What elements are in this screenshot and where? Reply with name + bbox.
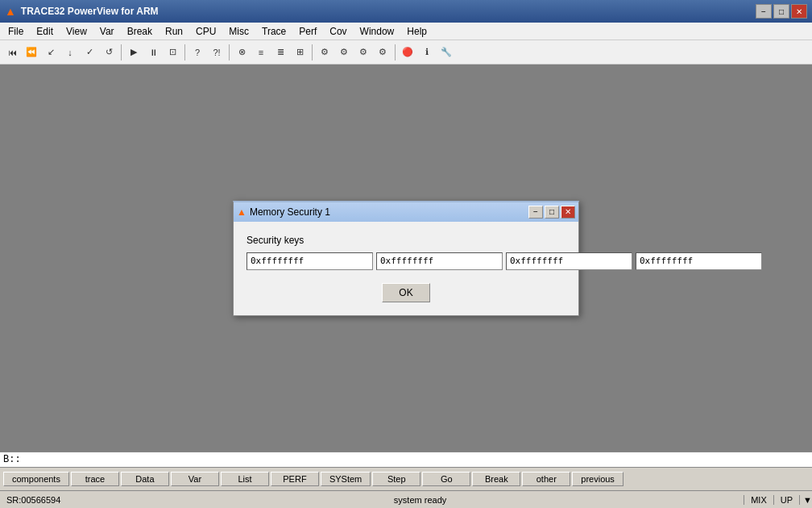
bottom-btn-data[interactable]: Data bbox=[121, 472, 169, 486]
bottom-btn-system[interactable]: SYStem bbox=[321, 472, 371, 486]
security-key-2[interactable] bbox=[376, 252, 503, 270]
bottom-btn-list[interactable]: List bbox=[221, 472, 269, 486]
dialog-titlebar: ▲ Memory Security 1 − □ ✕ bbox=[234, 202, 578, 222]
security-key-1[interactable] bbox=[246, 252, 373, 270]
dialog-content: Security keys OK bbox=[234, 222, 578, 315]
status-scroll[interactable]: ▼ bbox=[799, 495, 812, 505]
status-sr: SR:00566594 bbox=[0, 495, 97, 505]
red-btn[interactable]: 🔴 bbox=[399, 44, 416, 61]
bottom-btn-previous[interactable]: previous bbox=[572, 472, 624, 486]
bottom-btn-perf[interactable]: PERF bbox=[271, 472, 319, 486]
status-up: UP bbox=[773, 495, 799, 505]
info-btn[interactable]: ℹ bbox=[418, 44, 436, 61]
bottom-btn-step[interactable]: Step bbox=[372, 472, 420, 486]
status-ready: system ready bbox=[97, 495, 744, 505]
toolbar-separator bbox=[121, 44, 122, 60]
menu-item-view[interactable]: View bbox=[60, 24, 93, 39]
dialog-icon: ▲ bbox=[237, 206, 246, 218]
command-input[interactable] bbox=[3, 454, 809, 465]
gear3-btn[interactable]: ⚙ bbox=[354, 44, 372, 61]
minimize-button[interactable]: − bbox=[756, 4, 772, 19]
dialog-controls: − □ ✕ bbox=[528, 206, 575, 219]
toolbar-separator bbox=[184, 44, 185, 60]
toolbar-separator bbox=[395, 44, 396, 60]
redo-btn[interactable]: ↺ bbox=[100, 44, 118, 61]
menu-item-misc[interactable]: Misc bbox=[222, 24, 255, 39]
security-key-3[interactable] bbox=[506, 252, 632, 270]
menu-item-perf[interactable]: Perf bbox=[292, 24, 323, 39]
ok-tool-btn[interactable]: ✓ bbox=[81, 44, 98, 61]
list2-btn[interactable]: ≣ bbox=[271, 44, 289, 61]
menu-item-trace[interactable]: Trace bbox=[255, 24, 292, 39]
toolbar-separator bbox=[229, 44, 230, 60]
dialog-close-button[interactable]: ✕ bbox=[561, 206, 575, 219]
gear2-btn[interactable]: ⚙ bbox=[335, 44, 353, 61]
gear1-btn[interactable]: ⚙ bbox=[316, 44, 334, 61]
menu-item-var[interactable]: Var bbox=[93, 24, 121, 39]
bottom-btn-var[interactable]: Var bbox=[171, 472, 219, 486]
menu-item-run[interactable]: Run bbox=[159, 24, 189, 39]
dialog-title: Memory Security 1 bbox=[250, 206, 330, 218]
menu-item-window[interactable]: Window bbox=[354, 24, 401, 39]
bottom-btn-other[interactable]: other bbox=[522, 472, 570, 486]
help2-btn[interactable]: ?! bbox=[208, 44, 226, 61]
status-bar: SR:00566594 system ready MIX UP ▼ bbox=[0, 490, 812, 508]
toolbar-separator bbox=[312, 44, 313, 60]
ok-button[interactable]: OK bbox=[382, 283, 429, 302]
bottom-btn-go[interactable]: Go bbox=[422, 472, 470, 486]
maximize-button[interactable]: □ bbox=[773, 4, 789, 19]
title-bar: ▲ TRACE32 PowerView for ARM − □ ✕ bbox=[0, 0, 812, 23]
menu-item-cpu[interactable]: CPU bbox=[189, 24, 222, 39]
reset-btn[interactable]: ⏮ bbox=[3, 44, 21, 61]
step-down-btn[interactable]: ↓ bbox=[61, 44, 79, 61]
dialog-title-left: ▲ Memory Security 1 bbox=[237, 206, 330, 218]
menu-item-file[interactable]: File bbox=[2, 24, 30, 39]
security-keys-label: Security keys bbox=[246, 235, 566, 246]
grid-btn[interactable]: ⊞ bbox=[291, 44, 309, 61]
status-mix: MIX bbox=[744, 495, 773, 505]
memory-security-dialog: ▲ Memory Security 1 − □ ✕ Security keys … bbox=[233, 201, 579, 316]
help-btn[interactable]: ? bbox=[188, 44, 206, 61]
reset2-btn[interactable]: ⊡ bbox=[164, 44, 181, 61]
wrench-btn[interactable]: 🔧 bbox=[437, 44, 455, 61]
title-left: ▲ TRACE32 PowerView for ARM bbox=[5, 5, 159, 18]
step-back-btn[interactable]: ⏪ bbox=[23, 44, 40, 61]
security-keys-inputs bbox=[246, 252, 566, 270]
stop-btn[interactable]: ⊗ bbox=[233, 44, 251, 61]
dialog-minimize-button[interactable]: − bbox=[528, 206, 543, 219]
step-up-btn[interactable]: ↙ bbox=[42, 44, 60, 61]
gear4-btn[interactable]: ⚙ bbox=[374, 44, 392, 61]
dialog-maximize-button[interactable]: □ bbox=[545, 206, 559, 219]
menu-item-break[interactable]: Break bbox=[121, 24, 159, 39]
title-controls: − □ ✕ bbox=[756, 4, 807, 19]
bottom-btn-components[interactable]: components bbox=[3, 472, 69, 486]
menu-item-cov[interactable]: Cov bbox=[323, 24, 353, 39]
bottom-btn-trace[interactable]: trace bbox=[71, 472, 119, 486]
command-area bbox=[0, 452, 812, 468]
list-btn[interactable]: ≡ bbox=[252, 44, 270, 61]
close-button[interactable]: ✕ bbox=[791, 4, 807, 19]
app-icon: ▲ bbox=[5, 5, 16, 18]
app-title: TRACE32 PowerView for ARM bbox=[21, 6, 159, 17]
toolbar: ⏮⏪↙↓✓↺▶⏸⊡??!⊗≡≣⊞⚙⚙⚙⚙🔴ℹ🔧 bbox=[0, 40, 812, 65]
menu-item-help[interactable]: Help bbox=[400, 24, 433, 39]
security-key-4[interactable] bbox=[636, 252, 762, 270]
bottom-btn-break[interactable]: Break bbox=[472, 472, 520, 486]
halt-btn[interactable]: ⏸ bbox=[144, 44, 162, 61]
dialog-overlay: ▲ Memory Security 1 − □ ✕ Security keys … bbox=[0, 65, 812, 452]
run-btn[interactable]: ▶ bbox=[125, 44, 143, 61]
menu-bar: FileEditViewVarBreakRunCPUMiscTracePerfC… bbox=[0, 23, 812, 40]
menu-item-edit[interactable]: Edit bbox=[30, 24, 60, 39]
bottom-bar: componentstraceDataVarListPERFSYStemStep… bbox=[0, 468, 812, 490]
